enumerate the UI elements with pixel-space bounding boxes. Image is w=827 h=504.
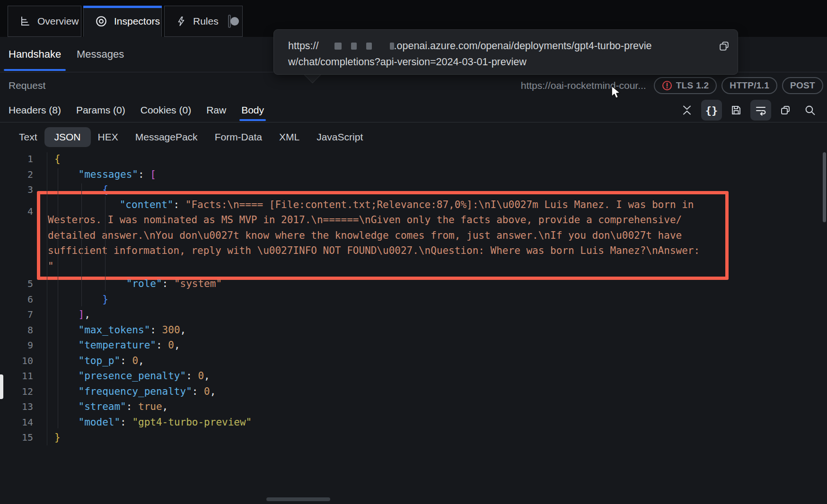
tooltip-url-line1: https:// .openai.azure.com/openai/deploy… (288, 38, 725, 54)
code-line-12: 12 "frequency_penalty": 0, (0, 384, 823, 400)
tls-badge-label: TLS 1.2 (676, 80, 709, 91)
line-number: 6 (0, 292, 33, 307)
eye-icon (95, 15, 107, 27)
code-line-8: 8 "max_tokens": 300, (0, 322, 823, 338)
code-line-6: 6 } (0, 292, 823, 307)
gutter-divider (47, 152, 47, 445)
line-number: 10 (0, 353, 33, 369)
request-tab-headers[interactable]: Headers (8) (9, 98, 61, 122)
code-line-11: 11 "presence_penalty": 0, (0, 368, 823, 384)
code-line-1: 1{ (0, 151, 823, 167)
copy-body-button[interactable] (775, 100, 796, 121)
copy-icon (780, 104, 791, 116)
tls-warning-icon (662, 80, 672, 91)
format-tab-text[interactable]: Text (19, 127, 37, 147)
format-tab-messagepack[interactable]: MessagePack (135, 127, 198, 147)
line-number: 8 (0, 322, 33, 338)
line-number: 5 (0, 276, 33, 292)
request-tabs-row: Headers (8)Params (0)Cookies (0)RawBody … (0, 98, 827, 122)
url-tooltip: https:// .openai.azure.com/openai/deploy… (273, 29, 738, 75)
line-number: 11 (0, 368, 33, 384)
url-host-path: .openai.azure.com/openai/deployments/gpt… (394, 38, 652, 54)
request-tabs: Headers (8)Params (0)Cookies (0)RawBody (9, 98, 264, 122)
subtab-handshake[interactable]: Handshake (9, 37, 61, 72)
tab-inspectors[interactable]: Inspectors (83, 6, 162, 37)
url-query: w/chat/completions?api-version=2024-03-0… (288, 54, 527, 70)
code-line-13: 13 "stream": true, (0, 399, 823, 415)
request-tab-cookies[interactable]: Cookies (0) (141, 98, 191, 122)
indent-guide (81, 183, 82, 306)
tab-rules[interactable]: Rules (164, 6, 243, 37)
redaction-block (334, 43, 342, 50)
line-number: 4 (0, 198, 33, 219)
redaction-block (366, 43, 372, 50)
highlight-annotation-box: "content": "Facts:\n==== [File:content.t… (37, 191, 729, 280)
format-tab-json[interactable]: JSON (44, 127, 91, 147)
body-toolbar: {} (677, 99, 820, 122)
vertical-scrollbar-thumb[interactable] (823, 152, 826, 222)
search-body-button[interactable] (800, 100, 820, 121)
line-number: 3 (0, 182, 33, 198)
redaction-block (390, 43, 394, 50)
line-number: 15 (0, 430, 33, 445)
line-number: 1 (0, 151, 33, 167)
line-number: 2 (0, 167, 33, 182)
request-tab-body[interactable]: Body (241, 98, 264, 122)
line-number: 7 (0, 307, 33, 322)
mouse-cursor (610, 85, 623, 101)
request-url-truncated[interactable]: https://oai-rocketmind-cour... (521, 80, 646, 91)
code-line-4: 4 "content": "Facts:\n==== [File:content… (0, 198, 823, 277)
format-tab-xml[interactable]: XML (279, 127, 299, 147)
tab-overview-label: Overview (37, 16, 79, 27)
code-lines: 1{2 "messages": [3 {4 "content": "Facts:… (0, 151, 823, 445)
reqable-window: Overview Inspectors Rules Handshake Mess… (0, 0, 827, 504)
request-section-label: Request (9, 80, 45, 91)
code-line-9: 9 "temperature": 0, (0, 338, 823, 353)
format-tab-form-data[interactable]: Form-Data (215, 127, 262, 147)
body-format-tabs: TextJSONHEXMessagePackForm-DataXMLJavaSc… (0, 122, 827, 151)
left-edge-indicator (0, 374, 3, 399)
save-icon (730, 104, 742, 116)
json-body-viewer[interactable]: 1{2 "messages": [3 {4 "content": "Facts:… (0, 151, 823, 504)
http-version-badge: HTTP/1.1 (721, 77, 777, 94)
copy-url-button[interactable] (718, 40, 730, 54)
format-tab-javascript[interactable]: JavaScript (317, 127, 363, 147)
line-number: 9 (0, 338, 33, 353)
tooltip-url-line2: w/chat/completions?api-version=2024-03-0… (288, 54, 725, 70)
horizontal-scrollbar-thumb[interactable] (266, 497, 330, 501)
rules-toggle[interactable] (228, 15, 231, 28)
rules-toggle-knob (230, 17, 239, 26)
subtab-messages-label: Messages (77, 48, 124, 61)
code-line-7: 7 ], (0, 307, 823, 322)
save-button[interactable] (726, 100, 747, 121)
format-tab-hex[interactable]: HEX (98, 127, 118, 147)
lightning-icon (176, 16, 186, 27)
code-line-14: 14 "model": "gpt4-turbo-preview" (0, 415, 823, 430)
copy-icon (718, 40, 730, 52)
indent-guide (105, 196, 106, 291)
code-line-10: 10 "top_p": 0, (0, 353, 823, 369)
tls-badge: TLS 1.2 (654, 77, 717, 94)
redaction-block (351, 43, 357, 50)
chart-icon (19, 16, 31, 27)
collapse-all-button[interactable] (677, 100, 697, 121)
url-scheme: https:// (288, 38, 319, 54)
request-tab-params[interactable]: Params (0) (76, 98, 125, 122)
subtab-handshake-label: Handshake (9, 48, 61, 61)
http-version-label: HTTP/1.1 (730, 80, 769, 91)
braces-icon: {} (705, 104, 718, 116)
line-number: 14 (0, 415, 33, 430)
request-tab-raw[interactable]: Raw (206, 98, 226, 122)
code-line-15: 15} (0, 430, 823, 445)
code-line-2: 2 "messages": [ (0, 167, 823, 182)
format-json-button[interactable]: {} (701, 100, 722, 121)
subtab-messages[interactable]: Messages (77, 37, 124, 72)
word-wrap-icon (755, 104, 767, 116)
request-header-row: Request https://oai-rocketmind-cour... T… (0, 72, 827, 98)
method-badge: POST (782, 77, 823, 94)
collapse-icon (681, 104, 693, 116)
word-wrap-button[interactable] (750, 100, 771, 121)
tab-overview[interactable]: Overview (8, 6, 81, 37)
tab-inspectors-label: Inspectors (114, 16, 160, 27)
indent-guide (58, 168, 58, 428)
